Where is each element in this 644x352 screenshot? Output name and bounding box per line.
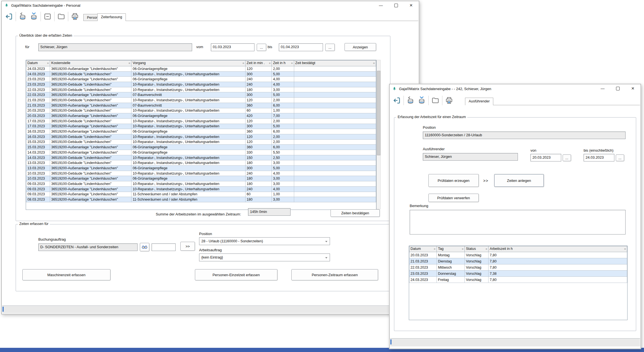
table-row[interactable]: 20.03.202336519100-Gebäude "Lindenhäusch… (26, 108, 376, 113)
table-row[interactable]: 21.03.202336519100-Gebäude "Lindenhäusch… (26, 98, 376, 103)
sort-icon[interactable]: ○ (462, 247, 463, 251)
person-field[interactable]: Schieser, Jürgen (38, 43, 192, 51)
sort-icon[interactable]: ○ (373, 61, 375, 65)
folder-icon[interactable] (430, 95, 441, 106)
sort-icon[interactable]: ○ (242, 61, 244, 65)
close-button[interactable]: × (625, 84, 640, 93)
show-button[interactable]: Anzeigen (345, 43, 376, 51)
exit-icon[interactable] (3, 11, 15, 22)
maximize-button[interactable] (388, 1, 404, 10)
table-row[interactable]: 24.03.202336519100-Gebäude "Lindenhäusch… (26, 71, 376, 77)
table-row[interactable]: 21.03.202336519200-Außenanlage "Lindenhä… (26, 103, 376, 108)
table-row[interactable]: 15.03.202336519100-Gebäude "Lindenhäusch… (26, 139, 376, 145)
window-icon[interactable] (42, 11, 53, 22)
from-date-input[interactable]: 01.03.2023 (211, 43, 254, 51)
exit-icon[interactable] (391, 95, 402, 106)
bis-date-input[interactable]: 24.03.2023 (584, 154, 614, 161)
column-header[interactable]: Vorgang○ (131, 60, 246, 66)
table-row[interactable]: 08.03.202336519200-Außenanlage "Lindenhä… (26, 197, 376, 202)
tab-ausfuehrender[interactable]: Ausführender (465, 98, 493, 105)
zeitraum-button[interactable]: Personen-Zeitraum erfassen (291, 269, 378, 280)
db-export-icon[interactable] (17, 11, 28, 22)
table-row[interactable]: 23.03.2023DonnerstagVorschlag7,38 (409, 271, 627, 277)
lookup-input[interactable] (152, 243, 176, 251)
table-row[interactable]: 20.03.2023MontagVorschlag7,80 (409, 252, 627, 258)
minimize-button[interactable]: — (373, 1, 388, 10)
minimize-button[interactable]: — (595, 84, 610, 93)
table-row[interactable]: 24.03.202336519200-Außenanlage "Lindenhä… (26, 66, 376, 72)
table-row[interactable]: 22.03.202336519100-Gebäude "Lindenhäusch… (26, 87, 376, 92)
print-icon[interactable] (69, 11, 81, 22)
sort-icon[interactable]: ○ (269, 61, 270, 65)
sort-icon[interactable]: ○ (485, 247, 487, 251)
table-row[interactable]: 09.03.202336519200-Außenanlage "Lindenhä… (26, 186, 376, 192)
folder-icon[interactable] (56, 11, 67, 22)
einzelzeit-button[interactable]: Personen-Einzelzeit erfassen (195, 269, 277, 280)
from-date-browse-button[interactable]: ... (257, 44, 266, 51)
confirm-times-button[interactable]: Zeiten bestätigen (331, 209, 380, 217)
table-row[interactable]: 23.03.202336519200-Außenanlage "Lindenhä… (26, 77, 376, 82)
column-header[interactable]: Kostenstelle○ (50, 60, 131, 66)
close-button[interactable]: × (404, 1, 419, 10)
column-header[interactable]: Tag○ (437, 246, 465, 252)
table-scrollbar[interactable] (376, 60, 381, 209)
scrollbar-thumb[interactable] (377, 71, 381, 155)
table-row[interactable]: 23.03.202336519100-Gebäude "Lindenhäusch… (26, 82, 376, 87)
table-row[interactable]: 14.03.202336519100-Gebäude "Lindenhäusch… (26, 155, 376, 160)
sort-icon[interactable]: ○ (434, 247, 435, 251)
sort-icon[interactable]: ○ (128, 61, 130, 65)
bemerkung-textarea[interactable] (410, 210, 626, 234)
to-date-input[interactable]: 01.04.2023 (279, 43, 323, 51)
db-export-icon[interactable] (405, 95, 416, 106)
column-header[interactable]: Zeit in h○ (272, 60, 294, 66)
table-cell: 1,00 (272, 192, 294, 197)
table-row[interactable]: 22.03.202336519200-Außenanlage "Lindenhä… (26, 92, 376, 98)
sort-icon[interactable]: ○ (291, 61, 293, 65)
table-row[interactable]: 24.03.2023FreitagVorschlag7,80 (409, 277, 627, 283)
von-date-browse-button[interactable]: ... (563, 154, 571, 161)
table-row[interactable]: 16.03.202336519100-Gebäude "Lindenhäusch… (26, 134, 376, 139)
zeiten-anlegen-button[interactable]: Zeiten anlegen (494, 174, 544, 187)
table-row[interactable]: 13.03.202336519100-Gebäude "Lindenhäusch… (26, 160, 376, 166)
pruefdaten-erzeugen-button[interactable]: Prüfdaten erzeugen (428, 174, 479, 187)
table-row[interactable]: 21.03.2023DienstagVorschlag7,80 (409, 258, 627, 264)
column-header[interactable]: Datum○ (26, 60, 50, 66)
table-row[interactable]: 13.03.202336519200-Außenanlage "Lindenhä… (26, 166, 376, 171)
table-cell: 13.03.2023 (26, 166, 50, 171)
search-binoculars-button[interactable] (140, 243, 149, 251)
sort-icon[interactable]: ○ (47, 61, 49, 65)
table-row[interactable]: 22.03.2023MittwochVorschlag7,80 (409, 264, 627, 271)
column-header[interactable]: Zeit bestätigt○ (294, 60, 376, 66)
table-row[interactable]: 17.03.202336519100-Gebäude "Lindenhäusch… (26, 118, 376, 124)
von-date-input[interactable]: 20.03.2023 (530, 154, 561, 161)
table-row[interactable]: 17.03.202336519200-Außenanlage "Lindenhä… (26, 124, 376, 129)
maschinenzeit-button[interactable]: Maschinenzeit erfassen (22, 269, 110, 280)
table-cell: 360 (246, 129, 272, 134)
column-header[interactable]: Status○ (465, 246, 489, 252)
table-row[interactable]: 20.03.202336519200-Außenanlage "Lindenhä… (26, 113, 376, 119)
buchungsauftrag-field[interactable]: D- SONDERZEITEN - Ausfall- und Sonderzei… (38, 243, 138, 251)
column-header[interactable]: Arbeitszeit in h○ (489, 246, 627, 252)
db-import-icon[interactable] (28, 11, 39, 22)
bis-date-browse-button[interactable]: ... (616, 154, 624, 161)
print-icon[interactable] (444, 95, 455, 106)
table-row[interactable]: 10.03.202336519100-Gebäude "Lindenhäusch… (26, 171, 376, 176)
column-header[interactable]: Datum○ (409, 246, 437, 252)
table-row[interactable]: 16.03.202336519200-Außenanlage "Lindenhä… (26, 129, 376, 134)
table-row[interactable]: 09.03.202336519100-Gebäude "Lindenhäusch… (26, 181, 376, 187)
transfer-button[interactable]: >> (180, 242, 195, 251)
table-row[interactable]: 15.03.202336519200-Außenanlage "Lindenhä… (26, 145, 376, 150)
db-import-icon[interactable] (416, 95, 427, 106)
position-combo[interactable]: 28 - Urlaub (11160000 - Sonderzeiten) (199, 237, 330, 245)
transfer-chevrons: >> (483, 179, 488, 183)
to-date-browse-button[interactable]: ... (325, 44, 335, 51)
tab-zeiterfassung[interactable]: Zeiterfassung (97, 13, 126, 21)
pruefdaten-verwerfen-button[interactable]: Prüfdaten verwerfen (428, 194, 479, 202)
table-row[interactable]: 14.03.202336519200-Außenanlage "Lindenhä… (26, 150, 376, 155)
table-row[interactable]: 10.03.202336519200-Außenanlage "Lindenhä… (26, 176, 376, 181)
maximize-button[interactable] (610, 84, 625, 93)
arbeitsauftrag-combo[interactable]: {kein Eintrag} (199, 254, 330, 261)
sort-icon[interactable]: ○ (624, 247, 626, 251)
column-header[interactable]: Zeit in min .○ (246, 60, 272, 66)
table-row[interactable]: 09.03.202336519200-Außenanlage "Lindenhä… (26, 192, 376, 197)
